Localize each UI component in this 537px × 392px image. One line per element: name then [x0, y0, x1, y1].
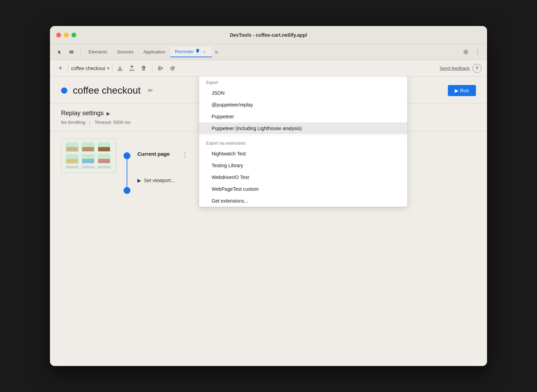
send-feedback-link[interactable]: Send feedback [440, 66, 470, 71]
toolbar-actions [115, 63, 177, 73]
play-recording-icon[interactable] [156, 63, 165, 73]
menu-item-nightwatch[interactable]: Nightwatch Test [199, 148, 407, 160]
menu-item-puppeteer-lighthouse[interactable]: Puppeteer (including Lighthouse analysis… [199, 122, 407, 134]
devtools-window: DevTools - coffee-cart.netlify.app/ Elem… [50, 26, 487, 366]
toolbar-separator-1 [68, 64, 68, 73]
svg-rect-0 [69, 51, 74, 51]
tab-application[interactable]: Application [138, 47, 170, 57]
menu-item-puppeteer[interactable]: Puppeteer [199, 111, 407, 122]
recorder-flag-icon [196, 49, 199, 53]
chevron-down-icon: ▾ [107, 66, 109, 71]
export-extensions-section-label: Export via extensions [199, 137, 407, 148]
tab-elements[interactable]: Elements [84, 47, 112, 57]
toolbar-separator-2 [112, 64, 112, 73]
recording-selector-name: coffee checkout [71, 66, 105, 71]
recording-selector[interactable]: coffee checkout ▾ [71, 66, 109, 71]
close-button[interactable] [56, 33, 61, 37]
titlebar: DevTools - coffee-cart.netlify.app/ [50, 26, 487, 44]
tabs-bar: Elements Sources Application Recorder × … [50, 44, 487, 60]
menu-divider [199, 136, 407, 136]
layers-icon[interactable] [66, 46, 77, 58]
main-content: coffee checkout ✏ ▶ Run Replay settings … [50, 77, 487, 366]
maximize-button[interactable] [71, 33, 76, 37]
svg-rect-1 [69, 52, 74, 52]
menu-item-webpagetest[interactable]: WebPageTest custom [199, 183, 407, 195]
toolbar-pipe [152, 65, 152, 72]
window-controls [56, 33, 76, 37]
tab-sources[interactable]: Sources [112, 47, 138, 57]
menu-item-json[interactable]: JSON [199, 87, 407, 99]
tabs-actions: ⋮ [461, 47, 483, 57]
import-icon[interactable] [127, 63, 137, 73]
menu-item-testing-library[interactable]: Testing Library [199, 160, 407, 171]
more-tabs-icon[interactable]: » [212, 48, 221, 57]
add-recording-button[interactable]: + [56, 63, 65, 73]
tab-separator [80, 48, 81, 56]
help-icon[interactable]: ? [472, 64, 481, 73]
menu-item-get-extensions[interactable]: Get extensions... [199, 195, 407, 207]
export-section-label: Export [199, 77, 407, 87]
window-title: DevTools - coffee-cart.netlify.app/ [230, 32, 307, 38]
recorder-toolbar: + coffee checkout ▾ [50, 60, 487, 77]
cursor-icon[interactable] [54, 46, 65, 58]
export-icon[interactable] [115, 63, 125, 73]
replay-icon[interactable] [168, 63, 177, 73]
menu-item-puppeteer-replay[interactable]: @puppeteer/replay [199, 99, 407, 111]
delete-recording-icon[interactable] [139, 63, 148, 73]
more-options-icon[interactable]: ⋮ [472, 47, 483, 57]
tab-recorder[interactable]: Recorder × [170, 47, 212, 57]
dropdown-overlay[interactable]: Export JSON @puppeteer/replay Puppeteer … [50, 77, 487, 366]
menu-item-webdriverio[interactable]: WebdriverIO Test [199, 171, 407, 183]
minimize-button[interactable] [64, 33, 69, 37]
tab-close-icon[interactable]: × [202, 49, 207, 54]
settings-icon[interactable] [461, 47, 471, 57]
svg-point-3 [465, 51, 467, 53]
export-dropdown-menu: Export JSON @puppeteer/replay Puppeteer … [199, 77, 407, 207]
svg-rect-2 [69, 53, 74, 53]
